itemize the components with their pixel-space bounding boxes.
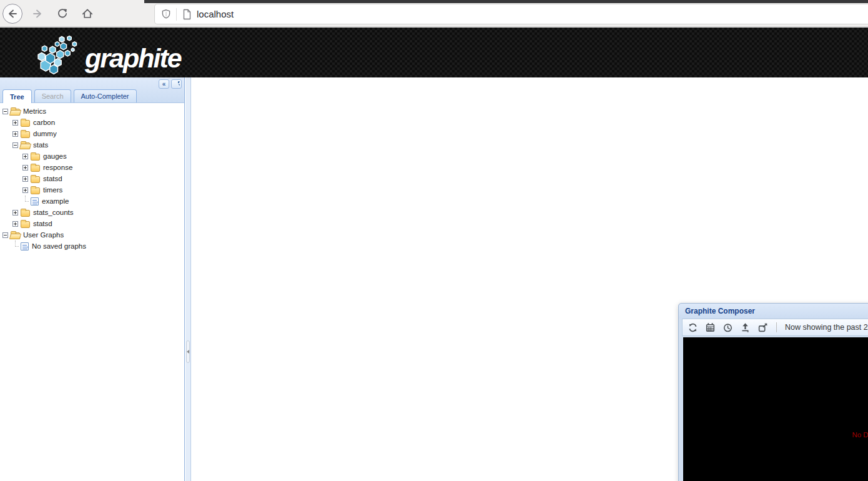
folder-icon (31, 187, 40, 194)
tab-search[interactable]: Search (34, 89, 71, 102)
url-text[interactable]: localhost (197, 9, 234, 19)
sidebar-panel: « Tree Search Auto-Completer Metrics car… (0, 77, 185, 481)
tree-elbow (22, 196, 28, 207)
export-icon[interactable] (757, 322, 768, 333)
reload-button[interactable] (52, 4, 72, 24)
main-canvas: Graphite Composer (192, 77, 868, 481)
page-icon[interactable] (182, 9, 192, 20)
folder-icon (21, 221, 30, 228)
tree-node-label: dummy (33, 130, 57, 137)
graph-icon (21, 242, 29, 250)
tree-node-statsd[interactable]: statsd (0, 173, 184, 184)
collapse-minus-icon[interactable] (2, 232, 8, 238)
tree-node-example[interactable]: example (0, 196, 184, 207)
home-icon (81, 7, 94, 20)
folder-open-icon (21, 142, 30, 149)
graphite-header: graphite (0, 27, 868, 77)
tree-elbow (12, 241, 18, 252)
graph-icon (31, 197, 39, 206)
tree-node-dummy[interactable]: dummy (0, 128, 184, 139)
expand-plus-icon[interactable] (22, 165, 28, 171)
folder-open-icon (11, 109, 20, 116)
tree-node-label: statsd (33, 220, 52, 227)
tree-node-label: stats (33, 141, 48, 149)
expand-plus-icon[interactable] (12, 131, 18, 137)
tree-node-timers[interactable]: timers (0, 184, 184, 196)
home-button[interactable] (77, 4, 97, 24)
forward-button[interactable] (27, 4, 47, 24)
tabstrip-remnant (144, 0, 868, 3)
collapse-arrow-icon (187, 350, 189, 354)
composer-toolbar: Now showing the past 24 hours (682, 319, 868, 336)
reload-icon (56, 7, 69, 20)
browser-toolbar: localhost (0, 0, 868, 27)
tree-node-gauges[interactable]: gauges (0, 151, 184, 162)
tree-node-label: User Graphs (23, 231, 64, 239)
expand-plus-icon[interactable] (12, 210, 18, 216)
sidebar-tabs: Tree Search Auto-Completer (2, 89, 137, 102)
forward-icon (31, 7, 44, 20)
tree-node-label: timers (43, 186, 62, 194)
graphite-logo: graphite (35, 32, 181, 77)
tree-node-stats-counts[interactable]: stats_counts (0, 207, 184, 218)
graphite-logo-text: graphite (85, 43, 181, 74)
urlbar-divider (176, 8, 177, 21)
tree-node-response[interactable]: response (0, 162, 184, 173)
tree-node-no-saved-graphs[interactable]: No saved graphs (0, 241, 184, 252)
tree-node-label: stats_counts (33, 209, 74, 216)
collapse-minus-icon[interactable] (12, 142, 18, 148)
splitter-collapse-handle[interactable] (186, 340, 190, 363)
folder-icon (31, 176, 40, 183)
screen: localhost graphite « Tree Search Auto-Co… (0, 0, 868, 481)
toolbar-separator (776, 322, 777, 332)
collapse-left-icon[interactable]: « (159, 79, 169, 89)
metrics-tree: Metrics carbon dummy stats gauges respon… (0, 103, 184, 252)
folder-icon (31, 165, 40, 172)
tab-tree[interactable]: Tree (2, 89, 32, 103)
folder-icon (21, 131, 30, 138)
tree-node-label: Metrics (23, 107, 46, 115)
graph-display[interactable]: No Data (683, 337, 868, 481)
no-data-label: No Data (683, 431, 868, 439)
folder-open-icon (11, 232, 20, 239)
folder-icon (21, 210, 30, 217)
expand-plus-icon[interactable] (12, 120, 18, 126)
expand-plus-icon[interactable] (22, 154, 28, 159)
tree-node-user-graphs[interactable]: User Graphs (0, 229, 184, 241)
recent-time-icon[interactable] (723, 322, 733, 333)
folder-icon (21, 120, 30, 127)
refresh-graph-icon[interactable] (688, 322, 698, 333)
tab-auto-completer[interactable]: Auto-Completer (74, 89, 137, 102)
tree-node-label: gauges (43, 152, 67, 160)
expand-plus-icon[interactable] (12, 221, 18, 227)
shield-icon[interactable] (161, 9, 171, 19)
tree-node-stats[interactable]: stats (0, 139, 184, 151)
tree-node-label: No saved graphs (32, 242, 86, 250)
tree-node-metrics[interactable]: Metrics (0, 106, 184, 117)
sidebar-header: « Tree Search Auto-Completer (0, 77, 184, 103)
composer-title: Graphite Composer (685, 307, 868, 315)
tree-node-label: statsd (43, 175, 62, 182)
tree-node-label: example (42, 197, 69, 205)
calendar-icon[interactable] (705, 322, 716, 333)
sidebar-splitter[interactable] (185, 77, 191, 481)
folder-icon (31, 154, 40, 161)
composer-titlebar[interactable]: Graphite Composer (679, 304, 868, 319)
refresh-icon[interactable] (171, 79, 182, 89)
url-bar[interactable]: localhost (155, 4, 868, 24)
back-button[interactable] (2, 4, 22, 24)
tree-node-carbon[interactable]: carbon (0, 117, 184, 128)
expand-plus-icon[interactable] (22, 187, 28, 193)
save-upload-icon[interactable] (740, 322, 751, 333)
tree-node-label: carbon (33, 119, 55, 126)
collapse-minus-icon[interactable] (2, 109, 8, 114)
graphite-composer-window: Graphite Composer (678, 303, 868, 481)
expand-plus-icon[interactable] (22, 176, 28, 182)
time-range-status: Now showing the past 24 hours (785, 323, 868, 332)
tree-node-label: response (43, 164, 72, 171)
back-icon (6, 7, 19, 20)
graphite-logo-hexagons-icon (35, 32, 89, 77)
tree-node-statsd[interactable]: statsd (0, 218, 184, 229)
